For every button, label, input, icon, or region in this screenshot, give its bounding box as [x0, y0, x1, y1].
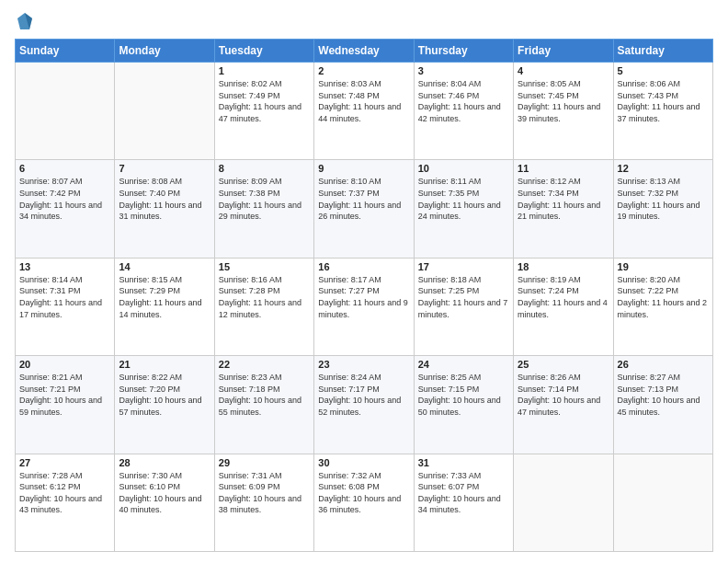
day-info: Sunrise: 8:03 AM Sunset: 7:48 PM Dayligh…: [318, 78, 409, 124]
day-number: 4: [518, 65, 609, 76]
day-number: 29: [219, 457, 310, 468]
day-info: Sunrise: 8:27 AM Sunset: 7:13 PM Dayligh…: [618, 372, 709, 418]
day-number: 3: [418, 65, 509, 76]
day-number: 21: [119, 359, 210, 370]
logo: [15, 11, 35, 31]
calendar-cell: 6Sunrise: 8:07 AM Sunset: 7:42 PM Daylig…: [16, 160, 115, 258]
day-info: Sunrise: 8:04 AM Sunset: 7:46 PM Dayligh…: [418, 78, 509, 124]
day-info: Sunrise: 8:23 AM Sunset: 7:18 PM Dayligh…: [219, 372, 310, 418]
day-info: Sunrise: 8:17 AM Sunset: 7:27 PM Dayligh…: [318, 274, 409, 320]
page: SundayMondayTuesdayWednesdayThursdayFrid…: [0, 0, 728, 563]
calendar-cell: 14Sunrise: 8:15 AM Sunset: 7:29 PM Dayli…: [115, 258, 214, 355]
calendar-header-row: SundayMondayTuesdayWednesdayThursdayFrid…: [16, 40, 713, 63]
calendar-header-saturday: Saturday: [613, 40, 712, 63]
calendar-cell: 5Sunrise: 8:06 AM Sunset: 7:43 PM Daylig…: [613, 63, 712, 160]
day-info: Sunrise: 8:11 AM Sunset: 7:35 PM Dayligh…: [418, 176, 509, 222]
calendar-cell: 19Sunrise: 8:20 AM Sunset: 7:22 PM Dayli…: [613, 258, 712, 355]
day-number: 9: [318, 163, 409, 174]
calendar-header-sunday: Sunday: [16, 40, 115, 63]
calendar-header-wednesday: Wednesday: [314, 40, 414, 63]
day-info: Sunrise: 8:08 AM Sunset: 7:40 PM Dayligh…: [119, 176, 210, 222]
day-number: 5: [618, 65, 709, 76]
calendar-cell: 25Sunrise: 8:26 AM Sunset: 7:14 PM Dayli…: [514, 356, 613, 454]
day-number: 20: [19, 359, 110, 370]
calendar-cell: 22Sunrise: 8:23 AM Sunset: 7:18 PM Dayli…: [214, 356, 313, 454]
day-number: 12: [618, 163, 709, 174]
calendar-cell: 20Sunrise: 8:21 AM Sunset: 7:21 PM Dayli…: [16, 356, 115, 454]
day-info: Sunrise: 8:07 AM Sunset: 7:42 PM Dayligh…: [19, 176, 110, 222]
day-info: Sunrise: 8:02 AM Sunset: 7:49 PM Dayligh…: [219, 78, 310, 124]
day-number: 23: [318, 359, 409, 370]
day-number: 24: [418, 359, 509, 370]
day-number: 22: [219, 359, 310, 370]
day-number: 8: [219, 163, 310, 174]
calendar-cell: 26Sunrise: 8:27 AM Sunset: 7:13 PM Dayli…: [613, 356, 712, 454]
day-info: Sunrise: 7:30 AM Sunset: 6:10 PM Dayligh…: [119, 470, 210, 516]
day-info: Sunrise: 8:16 AM Sunset: 7:28 PM Dayligh…: [219, 274, 310, 320]
day-info: Sunrise: 7:33 AM Sunset: 6:07 PM Dayligh…: [418, 470, 509, 516]
day-info: Sunrise: 8:10 AM Sunset: 7:37 PM Dayligh…: [318, 176, 409, 222]
day-number: 17: [418, 261, 509, 272]
calendar-week-row: 1Sunrise: 8:02 AM Sunset: 7:49 PM Daylig…: [16, 63, 713, 160]
day-info: Sunrise: 8:21 AM Sunset: 7:21 PM Dayligh…: [19, 372, 110, 418]
calendar-cell: 11Sunrise: 8:12 AM Sunset: 7:34 PM Dayli…: [514, 160, 613, 258]
day-number: 30: [318, 457, 409, 468]
calendar-cell: 30Sunrise: 7:32 AM Sunset: 6:08 PM Dayli…: [314, 454, 414, 551]
day-info: Sunrise: 8:19 AM Sunset: 7:24 PM Dayligh…: [518, 274, 609, 320]
day-number: 6: [19, 163, 110, 174]
calendar-cell: 12Sunrise: 8:13 AM Sunset: 7:32 PM Dayli…: [613, 160, 712, 258]
day-info: Sunrise: 8:25 AM Sunset: 7:15 PM Dayligh…: [418, 372, 509, 418]
calendar-header-thursday: Thursday: [414, 40, 513, 63]
calendar-header-tuesday: Tuesday: [214, 40, 313, 63]
calendar-cell: 7Sunrise: 8:08 AM Sunset: 7:40 PM Daylig…: [115, 160, 214, 258]
day-number: 28: [119, 457, 210, 468]
calendar-cell: 4Sunrise: 8:05 AM Sunset: 7:45 PM Daylig…: [514, 63, 613, 160]
day-info: Sunrise: 8:13 AM Sunset: 7:32 PM Dayligh…: [618, 176, 709, 222]
calendar-cell: 1Sunrise: 8:02 AM Sunset: 7:49 PM Daylig…: [214, 63, 313, 160]
calendar-week-row: 27Sunrise: 7:28 AM Sunset: 6:12 PM Dayli…: [16, 454, 713, 551]
day-number: 11: [518, 163, 609, 174]
day-number: 14: [119, 261, 210, 272]
calendar-cell: 23Sunrise: 8:24 AM Sunset: 7:17 PM Dayli…: [314, 356, 414, 454]
day-number: 25: [518, 359, 609, 370]
day-info: Sunrise: 8:20 AM Sunset: 7:22 PM Dayligh…: [618, 274, 709, 320]
calendar-cell: 9Sunrise: 8:10 AM Sunset: 7:37 PM Daylig…: [314, 160, 414, 258]
logo-icon: [17, 11, 33, 31]
day-number: 16: [318, 261, 409, 272]
day-info: Sunrise: 8:22 AM Sunset: 7:20 PM Dayligh…: [119, 372, 210, 418]
calendar-cell: 31Sunrise: 7:33 AM Sunset: 6:07 PM Dayli…: [414, 454, 513, 551]
calendar-week-row: 20Sunrise: 8:21 AM Sunset: 7:21 PM Dayli…: [16, 356, 713, 454]
calendar-cell: 17Sunrise: 8:18 AM Sunset: 7:25 PM Dayli…: [414, 258, 513, 355]
calendar-cell: [115, 63, 214, 160]
calendar-cell: [16, 63, 115, 160]
day-info: Sunrise: 8:14 AM Sunset: 7:31 PM Dayligh…: [19, 274, 110, 320]
day-number: 18: [518, 261, 609, 272]
calendar-cell: 18Sunrise: 8:19 AM Sunset: 7:24 PM Dayli…: [514, 258, 613, 355]
calendar-header-monday: Monday: [115, 40, 214, 63]
day-info: Sunrise: 7:32 AM Sunset: 6:08 PM Dayligh…: [318, 470, 409, 516]
calendar-cell: [613, 454, 712, 551]
calendar-cell: 28Sunrise: 7:30 AM Sunset: 6:10 PM Dayli…: [115, 454, 214, 551]
day-info: Sunrise: 8:12 AM Sunset: 7:34 PM Dayligh…: [518, 176, 609, 222]
day-info: Sunrise: 8:05 AM Sunset: 7:45 PM Dayligh…: [518, 78, 609, 124]
calendar-cell: 15Sunrise: 8:16 AM Sunset: 7:28 PM Dayli…: [214, 258, 313, 355]
calendar-week-row: 6Sunrise: 8:07 AM Sunset: 7:42 PM Daylig…: [16, 160, 713, 258]
day-number: 1: [219, 65, 310, 76]
day-info: Sunrise: 7:31 AM Sunset: 6:09 PM Dayligh…: [219, 470, 310, 516]
day-number: 2: [318, 65, 409, 76]
day-number: 15: [219, 261, 310, 272]
day-info: Sunrise: 8:26 AM Sunset: 7:14 PM Dayligh…: [518, 372, 609, 418]
day-info: Sunrise: 7:28 AM Sunset: 6:12 PM Dayligh…: [19, 470, 110, 516]
calendar-cell: 21Sunrise: 8:22 AM Sunset: 7:20 PM Dayli…: [115, 356, 214, 454]
day-info: Sunrise: 8:06 AM Sunset: 7:43 PM Dayligh…: [618, 78, 709, 124]
calendar-week-row: 13Sunrise: 8:14 AM Sunset: 7:31 PM Dayli…: [16, 258, 713, 355]
day-info: Sunrise: 8:15 AM Sunset: 7:29 PM Dayligh…: [119, 274, 210, 320]
day-number: 19: [618, 261, 709, 272]
calendar-cell: 29Sunrise: 7:31 AM Sunset: 6:09 PM Dayli…: [214, 454, 313, 551]
day-info: Sunrise: 8:18 AM Sunset: 7:25 PM Dayligh…: [418, 274, 509, 320]
day-number: 10: [418, 163, 509, 174]
calendar-table: SundayMondayTuesdayWednesdayThursdayFrid…: [15, 39, 713, 552]
calendar-cell: [514, 454, 613, 551]
day-info: Sunrise: 8:09 AM Sunset: 7:38 PM Dayligh…: [219, 176, 310, 222]
calendar-cell: 24Sunrise: 8:25 AM Sunset: 7:15 PM Dayli…: [414, 356, 513, 454]
